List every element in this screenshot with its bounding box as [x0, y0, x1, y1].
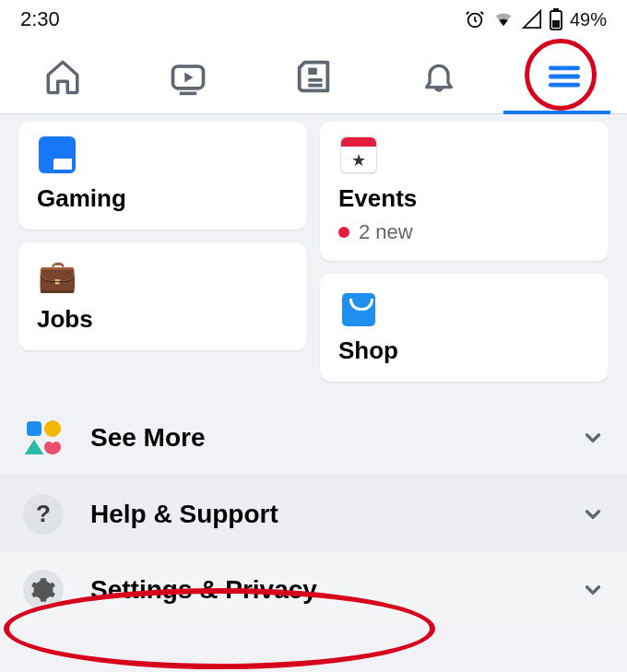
svg-marker-14: [25, 440, 43, 454]
card-shop[interactable]: Shop: [320, 274, 609, 382]
home-icon: [43, 57, 82, 96]
status-right: 49%: [465, 8, 607, 30]
news-icon: [292, 55, 335, 98]
watch-icon: [168, 56, 208, 97]
card-gaming-label: Gaming: [37, 184, 289, 213]
card-events-sub: 2 new: [338, 220, 590, 244]
card-events[interactable]: ★ Events 2 new: [320, 122, 609, 261]
card-gaming[interactable]: Gaming: [18, 122, 307, 230]
gear-icon: [22, 569, 65, 611]
gaming-icon: [37, 135, 77, 175]
wifi-icon: [492, 9, 515, 29]
chevron-down-icon: [581, 502, 605, 526]
shop-bag-icon: [338, 287, 379, 327]
svg-rect-3: [553, 8, 559, 11]
new-dot-icon: [338, 227, 349, 238]
row-help-label: Help & Support: [90, 500, 555, 529]
top-nav: [0, 39, 627, 114]
row-settings-privacy[interactable]: Settings & Privacy: [0, 551, 627, 627]
calendar-icon: ★: [338, 135, 379, 175]
menu-rows: See More ? Help & Support Settings & Pri…: [0, 400, 627, 627]
chevron-down-icon: [581, 578, 605, 602]
battery-icon: [550, 8, 562, 30]
card-events-label: Events: [338, 184, 590, 213]
card-shop-label: Shop: [338, 336, 590, 365]
help-icon: ?: [22, 493, 65, 536]
row-see-more-label: See More: [90, 423, 555, 453]
card-jobs-label: Jobs: [37, 305, 289, 334]
svg-rect-11: [27, 421, 41, 436]
nav-menu[interactable]: [532, 44, 597, 109]
nav-news[interactable]: [281, 44, 346, 109]
status-time: 2:30: [20, 7, 60, 31]
status-battery-text: 49%: [570, 9, 607, 30]
signal-icon: [522, 9, 542, 29]
nav-active-indicator: [503, 111, 610, 114]
alarm-icon: [465, 9, 485, 29]
svg-rect-2: [552, 20, 560, 28]
shortcut-cards: Gaming 💼 Jobs ★ Events 2 new Shop: [0, 114, 627, 400]
see-more-icon: [22, 417, 65, 459]
svg-point-12: [44, 420, 61, 437]
hamburger-icon: [544, 56, 585, 97]
status-bar: 2:30 49%: [0, 0, 627, 39]
nav-home[interactable]: [30, 44, 95, 109]
chevron-down-icon: [581, 426, 605, 450]
nav-notifications[interactable]: [407, 44, 471, 109]
bell-icon: [420, 58, 457, 95]
svg-rect-5: [308, 67, 317, 75]
row-help-support[interactable]: ? Help & Support: [0, 476, 627, 551]
card-events-sub-text: 2 new: [359, 220, 413, 244]
card-jobs[interactable]: 💼 Jobs: [18, 242, 307, 350]
row-settings-label: Settings & Privacy: [90, 575, 555, 605]
nav-watch[interactable]: [156, 44, 220, 109]
row-see-more[interactable]: See More: [0, 400, 627, 476]
briefcase-icon: 💼: [37, 255, 77, 296]
